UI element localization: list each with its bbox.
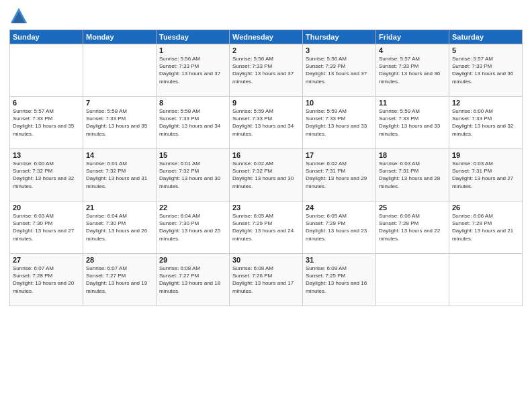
calendar-cell: 23Sunrise: 6:05 AMSunset: 7:29 PMDayligh… — [230, 201, 303, 254]
day-info: Sunrise: 5:57 AMSunset: 7:33 PMDaylight:… — [13, 107, 80, 138]
day-info: Sunrise: 5:58 AMSunset: 7:33 PMDaylight:… — [86, 107, 153, 138]
calendar-week-row: 20Sunrise: 6:03 AMSunset: 7:30 PMDayligh… — [10, 201, 523, 254]
calendar-week-row: 13Sunrise: 6:00 AMSunset: 7:32 PMDayligh… — [10, 149, 523, 201]
calendar-cell: 25Sunrise: 6:06 AMSunset: 7:28 PMDayligh… — [376, 201, 449, 254]
day-number: 10 — [306, 99, 373, 107]
calendar-cell — [376, 254, 449, 306]
day-number: 20 — [13, 203, 80, 212]
calendar-cell: 11Sunrise: 5:59 AMSunset: 7:33 PMDayligh… — [376, 97, 449, 149]
day-info: Sunrise: 6:07 AMSunset: 7:28 PMDaylight:… — [13, 265, 80, 295]
calendar-cell: 12Sunrise: 6:00 AMSunset: 7:33 PMDayligh… — [449, 97, 523, 149]
day-info: Sunrise: 6:04 AMSunset: 7:30 PMDaylight:… — [159, 212, 226, 242]
calendar-cell: 17Sunrise: 6:02 AMSunset: 7:31 PMDayligh… — [303, 149, 376, 201]
calendar-cell: 26Sunrise: 6:06 AMSunset: 7:28 PMDayligh… — [449, 201, 523, 254]
day-info: Sunrise: 6:01 AMSunset: 7:32 PMDaylight:… — [86, 160, 153, 190]
calendar-cell — [83, 44, 157, 97]
calendar-cell: 10Sunrise: 5:59 AMSunset: 7:33 PMDayligh… — [303, 97, 376, 149]
day-info: Sunrise: 6:02 AMSunset: 7:31 PMDaylight:… — [306, 160, 373, 190]
day-info: Sunrise: 6:06 AMSunset: 7:28 PMDaylight:… — [379, 212, 446, 242]
calendar-cell: 3Sunrise: 5:56 AMSunset: 7:33 PMDaylight… — [303, 44, 376, 97]
weekday-header: Saturday — [449, 30, 523, 44]
day-info: Sunrise: 5:56 AMSunset: 7:33 PMDaylight:… — [232, 55, 300, 85]
calendar-cell: 28Sunrise: 6:07 AMSunset: 7:27 PMDayligh… — [83, 254, 157, 306]
day-number: 6 — [13, 99, 80, 107]
logo — [9, 7, 31, 26]
day-info: Sunrise: 5:57 AMSunset: 7:33 PMDaylight:… — [452, 55, 519, 85]
day-number: 16 — [232, 151, 300, 159]
calendar-cell: 9Sunrise: 5:59 AMSunset: 7:33 PMDaylight… — [230, 97, 303, 149]
calendar-cell: 30Sunrise: 6:08 AMSunset: 7:26 PMDayligh… — [230, 254, 303, 306]
day-info: Sunrise: 6:00 AMSunset: 7:33 PMDaylight:… — [452, 107, 519, 138]
day-info: Sunrise: 6:05 AMSunset: 7:29 PMDaylight:… — [306, 212, 373, 242]
day-number: 18 — [379, 151, 446, 159]
calendar-cell — [449, 254, 523, 306]
day-info: Sunrise: 6:03 AMSunset: 7:31 PMDaylight:… — [379, 160, 446, 190]
calendar-cell: 29Sunrise: 6:08 AMSunset: 7:27 PMDayligh… — [157, 254, 230, 306]
calendar-week-row: 1Sunrise: 5:56 AMSunset: 7:33 PMDaylight… — [10, 44, 523, 97]
weekday-header: Friday — [376, 30, 449, 44]
weekday-header: Wednesday — [230, 30, 303, 44]
logo-icon — [9, 7, 28, 26]
calendar-cell: 31Sunrise: 6:09 AMSunset: 7:25 PMDayligh… — [303, 254, 376, 306]
day-info: Sunrise: 6:08 AMSunset: 7:26 PMDaylight:… — [232, 265, 300, 295]
calendar-cell: 4Sunrise: 5:57 AMSunset: 7:33 PMDaylight… — [376, 44, 449, 97]
day-info: Sunrise: 6:08 AMSunset: 7:27 PMDaylight:… — [159, 265, 226, 295]
calendar-cell: 16Sunrise: 6:02 AMSunset: 7:32 PMDayligh… — [230, 149, 303, 201]
day-info: Sunrise: 6:09 AMSunset: 7:25 PMDaylight:… — [306, 265, 373, 295]
weekday-header: Thursday — [303, 30, 376, 44]
weekday-header: Tuesday — [157, 30, 230, 44]
calendar-cell: 21Sunrise: 6:04 AMSunset: 7:30 PMDayligh… — [83, 201, 157, 254]
day-info: Sunrise: 6:06 AMSunset: 7:28 PMDaylight:… — [452, 212, 519, 242]
day-number: 12 — [452, 99, 519, 107]
weekday-header: Sunday — [10, 30, 83, 44]
day-info: Sunrise: 5:57 AMSunset: 7:33 PMDaylight:… — [379, 55, 446, 85]
day-info: Sunrise: 6:02 AMSunset: 7:32 PMDaylight:… — [232, 160, 300, 190]
day-number: 1 — [159, 46, 226, 54]
day-info: Sunrise: 5:59 AMSunset: 7:33 PMDaylight:… — [232, 107, 300, 138]
day-info: Sunrise: 6:03 AMSunset: 7:31 PMDaylight:… — [452, 160, 519, 190]
day-number: 24 — [306, 203, 373, 212]
weekday-header-row: SundayMondayTuesdayWednesdayThursdayFrid… — [10, 30, 523, 44]
day-number: 8 — [159, 99, 226, 107]
day-number: 31 — [306, 256, 373, 264]
day-number: 22 — [159, 203, 226, 212]
day-info: Sunrise: 5:59 AMSunset: 7:33 PMDaylight:… — [379, 107, 446, 138]
day-number: 21 — [86, 203, 153, 212]
day-number: 13 — [13, 151, 80, 159]
calendar-cell: 22Sunrise: 6:04 AMSunset: 7:30 PMDayligh… — [157, 201, 230, 254]
day-number: 25 — [379, 203, 446, 212]
calendar-cell — [10, 44, 83, 97]
calendar-cell: 7Sunrise: 5:58 AMSunset: 7:33 PMDaylight… — [83, 97, 157, 149]
calendar-week-row: 27Sunrise: 6:07 AMSunset: 7:28 PMDayligh… — [10, 254, 523, 306]
calendar-cell: 5Sunrise: 5:57 AMSunset: 7:33 PMDaylight… — [449, 44, 523, 97]
day-number: 23 — [232, 203, 300, 212]
calendar-cell: 2Sunrise: 5:56 AMSunset: 7:33 PMDaylight… — [230, 44, 303, 97]
day-number: 2 — [232, 46, 300, 54]
day-number: 7 — [86, 99, 153, 107]
day-number: 4 — [379, 46, 446, 54]
calendar-week-row: 6Sunrise: 5:57 AMSunset: 7:33 PMDaylight… — [10, 97, 523, 149]
calendar-cell: 13Sunrise: 6:00 AMSunset: 7:32 PMDayligh… — [10, 149, 83, 201]
calendar-table: SundayMondayTuesdayWednesdayThursdayFrid… — [9, 30, 523, 306]
day-info: Sunrise: 5:56 AMSunset: 7:33 PMDaylight:… — [159, 55, 226, 85]
day-info: Sunrise: 5:59 AMSunset: 7:33 PMDaylight:… — [306, 107, 373, 138]
calendar-cell: 27Sunrise: 6:07 AMSunset: 7:28 PMDayligh… — [10, 254, 83, 306]
day-number: 11 — [379, 99, 446, 107]
day-number: 9 — [232, 99, 300, 107]
calendar-cell: 19Sunrise: 6:03 AMSunset: 7:31 PMDayligh… — [449, 149, 523, 201]
day-number: 19 — [452, 151, 519, 159]
day-number: 26 — [452, 203, 519, 212]
calendar-cell: 20Sunrise: 6:03 AMSunset: 7:30 PMDayligh… — [10, 201, 83, 254]
calendar-cell: 1Sunrise: 5:56 AMSunset: 7:33 PMDaylight… — [157, 44, 230, 97]
day-number: 28 — [86, 256, 153, 264]
day-info: Sunrise: 5:58 AMSunset: 7:33 PMDaylight:… — [159, 107, 226, 138]
day-number: 29 — [159, 256, 226, 264]
calendar-cell: 18Sunrise: 6:03 AMSunset: 7:31 PMDayligh… — [376, 149, 449, 201]
page-header — [9, 7, 523, 26]
day-number: 5 — [452, 46, 519, 54]
calendar-cell: 15Sunrise: 6:01 AMSunset: 7:32 PMDayligh… — [157, 149, 230, 201]
day-number: 17 — [306, 151, 373, 159]
day-info: Sunrise: 6:00 AMSunset: 7:32 PMDaylight:… — [13, 160, 80, 190]
calendar-cell: 24Sunrise: 6:05 AMSunset: 7:29 PMDayligh… — [303, 201, 376, 254]
day-info: Sunrise: 6:01 AMSunset: 7:32 PMDaylight:… — [159, 160, 226, 190]
